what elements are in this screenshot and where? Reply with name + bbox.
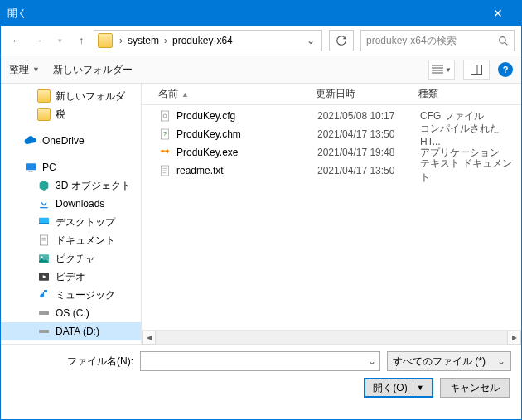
pictures-icon: [37, 252, 51, 265]
file-list-area: 名前▲ 更新日時 種類 ProduKey.cfg2021/05/08 10:17…: [142, 84, 521, 344]
filter-dropdown-icon: ⌄: [497, 355, 505, 367]
sidebar-item[interactable]: Downloads: [1, 195, 141, 213]
svg-rect-6: [471, 65, 482, 75]
exe-file-icon: [158, 146, 172, 159]
folder-icon: [98, 33, 113, 48]
sidebar-item[interactable]: ドキュメント: [1, 231, 141, 249]
filename-input[interactable]: ⌄: [140, 351, 380, 371]
recent-dropdown[interactable]: ▾: [51, 31, 69, 50]
sidebar-item[interactable]: 税: [1, 105, 141, 123]
desktop-icon: [37, 215, 51, 229]
search-placeholder: produkey-x64の検索: [366, 34, 457, 48]
path-crumb-0[interactable]: system: [126, 35, 161, 46]
sidebar-item-label: 税: [56, 108, 65, 122]
path-sep-0: ›: [116, 35, 126, 46]
filename-dropdown-icon[interactable]: ⌄: [368, 355, 376, 367]
sidebar-item[interactable]: DATA (D:): [1, 322, 141, 340]
scroll-right-arrow[interactable]: ▸: [507, 331, 521, 345]
sidebar-item[interactable]: ビデオ: [1, 268, 141, 286]
sidebar-item[interactable]: OneDrive: [1, 132, 141, 150]
svg-line-1: [505, 42, 507, 45]
sidebar-item[interactable]: OS (C:): [1, 304, 141, 322]
sidebar-item[interactable]: 3D オブジェクト: [1, 176, 141, 195]
forward-button[interactable]: →: [29, 31, 47, 50]
sidebar-item-label: 3D オブジェクト: [56, 179, 131, 193]
sidebar-item-label: Downloads: [56, 198, 104, 210]
organize-menu[interactable]: 整理▼: [9, 63, 40, 77]
preview-pane-button[interactable]: [463, 60, 490, 80]
file-name: ProduKey.exe: [176, 147, 317, 158]
sidebar-item-label: PC: [42, 162, 56, 173]
scroll-track[interactable]: [156, 331, 507, 345]
sidebar-item[interactable]: ピクチャ: [1, 249, 141, 268]
file-name: ProduKey.cfg: [176, 110, 317, 122]
sidebar-item-label: 新しいフォルダ: [56, 89, 125, 104]
sidebar-item[interactable]: Data (F:): [1, 340, 141, 344]
svg-rect-25: [161, 111, 168, 121]
file-modified: 2021/04/17 19:48: [317, 147, 420, 158]
sidebar-item-label: DATA (D:): [56, 326, 99, 337]
newfolder-button[interactable]: 新しいフォルダー: [53, 63, 133, 77]
file-row[interactable]: ?ProduKey.chm2021/04/17 13:50コンパイルされた HT…: [142, 125, 521, 143]
sidebar-item[interactable]: ミュージック: [1, 286, 141, 304]
back-button[interactable]: ←: [7, 31, 26, 50]
path-sep-1: ›: [161, 35, 171, 46]
col-name[interactable]: 名前: [158, 87, 178, 101]
refresh-button[interactable]: [329, 30, 354, 51]
scroll-left-arrow[interactable]: ◂: [142, 331, 156, 345]
open-button[interactable]: 開く(O)▼: [364, 378, 433, 398]
sidebar-item-label: ピクチャ: [56, 252, 95, 266]
column-headers[interactable]: 名前▲ 更新日時 種類: [142, 84, 521, 105]
file-row[interactable]: readme.txt2021/04/17 13:50テキスト ドキュメント: [142, 162, 521, 180]
up-button[interactable]: ↑: [72, 31, 90, 50]
sidebar-tree[interactable]: 新しいフォルダ税OneDrivePC3D オブジェクトDownloadsデスクト…: [1, 84, 142, 344]
drive-icon: [37, 307, 51, 320]
folder-icon: [37, 89, 51, 103]
documents-icon: [37, 234, 51, 247]
file-list[interactable]: ProduKey.cfg2021/05/08 10:17CFG ファイル?Pro…: [142, 105, 521, 330]
help-button[interactable]: ?: [498, 62, 513, 77]
svg-rect-12: [39, 223, 49, 224]
filter-label: すべてのファイル (*): [393, 355, 486, 369]
sidebar-item[interactable]: デスクトップ: [1, 213, 141, 231]
open-split-indicator: ▼: [413, 384, 424, 392]
toolbar: 整理▼ 新しいフォルダー ▼ ?: [1, 56, 521, 84]
videos-icon: [37, 270, 51, 283]
file-type: コンパイルされた HT...: [420, 122, 521, 147]
sidebar-item-label: デスクトップ: [56, 215, 115, 229]
drive-icon: [37, 325, 51, 338]
view-mode-button[interactable]: ▼: [428, 60, 455, 80]
nav-row: ← → ▾ ↑ › system › produkey-x64 ⌄ produk…: [1, 26, 521, 56]
sidebar-item[interactable]: 新しいフォルダ: [1, 87, 141, 105]
chm-file-icon: ?: [158, 128, 172, 141]
cancel-button[interactable]: キャンセル: [440, 378, 510, 398]
svg-point-30: [162, 150, 164, 152]
horizontal-scrollbar[interactable]: ◂ ▸: [142, 330, 521, 344]
file-name: ProduKey.chm: [176, 128, 317, 140]
col-modified[interactable]: 更新日時: [316, 87, 418, 101]
svg-point-20: [46, 312, 47, 313]
svg-rect-8: [26, 163, 36, 170]
path-crumb-1[interactable]: produkey-x64: [171, 35, 234, 46]
breadcrumb-path[interactable]: › system › produkey-x64 ⌄: [94, 30, 322, 51]
path-dropdown[interactable]: ⌄: [303, 35, 318, 46]
search-icon: [498, 36, 509, 46]
onedrive-icon: [24, 134, 37, 147]
txt-file-icon: [158, 164, 172, 177]
window-title: 開く: [7, 7, 481, 21]
downloads-icon: [37, 197, 51, 210]
sidebar-item[interactable]: PC: [1, 158, 141, 176]
svg-point-22: [46, 331, 47, 331]
drive-icon: [37, 343, 51, 344]
svg-text:?: ?: [163, 130, 167, 138]
close-button[interactable]: ✕: [481, 7, 515, 20]
file-modified: 2021/04/17 13:50: [317, 128, 420, 140]
file-modified: 2021/04/17 13:50: [317, 165, 420, 176]
sidebar-item-label: ドキュメント: [56, 234, 115, 248]
svg-point-17: [41, 256, 43, 258]
search-input[interactable]: produkey-x64の検索: [360, 30, 515, 51]
filetype-filter[interactable]: すべてのファイル (*) ⌄: [387, 351, 511, 371]
svg-point-0: [500, 36, 506, 43]
col-type[interactable]: 種類: [418, 87, 521, 101]
music-icon: [37, 288, 51, 302]
